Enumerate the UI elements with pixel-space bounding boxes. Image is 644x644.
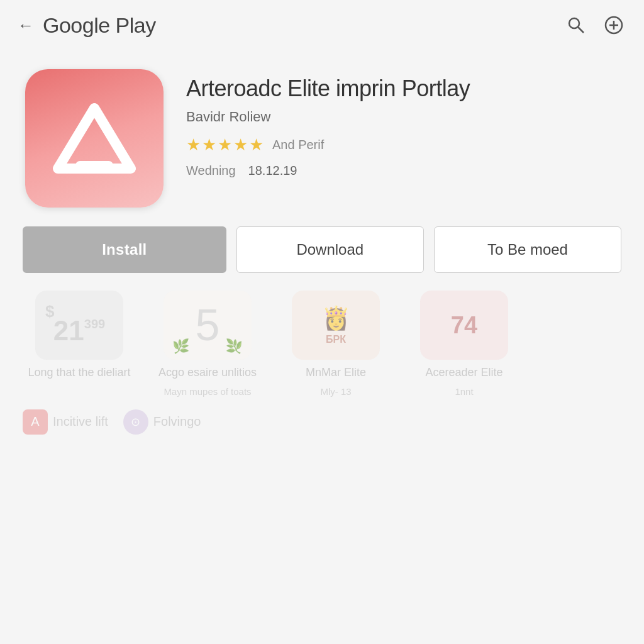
- install-button[interactable]: Install: [23, 226, 226, 273]
- header-right: [564, 13, 626, 38]
- page-wrapper: ← Google Play: [0, 0, 644, 644]
- rating-label: And Perif: [272, 138, 324, 152]
- app-info: Arteroadc Elite imprin Portlay Bavidr Ro…: [186, 69, 470, 178]
- related-card-3[interactable]: 👸 БРК MnMar Elite Mly- 13: [279, 291, 392, 397]
- related-section: $ 21 399 Long that the dieliart 5 🌿 🌿 Ac…: [0, 273, 644, 397]
- related-sub-3: Mly- 13: [320, 386, 351, 397]
- ace-number: 74: [451, 312, 477, 339]
- header: ← Google Play: [0, 0, 644, 50]
- star-3: ★: [218, 135, 232, 155]
- svg-line-1: [578, 27, 584, 33]
- svg-point-0: [569, 18, 579, 28]
- related-icon-price: $ 21 399: [35, 291, 123, 360]
- app-icon-wrapper: [25, 69, 164, 208]
- star-1: ★: [186, 135, 201, 155]
- add-circle-icon: [604, 15, 624, 35]
- app-name: Arteroadc Elite imprin Portlay: [186, 75, 470, 101]
- bemoed-button[interactable]: To Be moed: [434, 226, 621, 273]
- svg-rect-5: [75, 161, 113, 170]
- bottom-label-1: Incitive lift: [53, 414, 108, 429]
- bottom-row: A Incitive lift ⊙ Folvingo: [0, 397, 644, 435]
- app-detail: Arteroadc Elite imprin Portlay Bavidr Ro…: [0, 50, 644, 223]
- bottom-label-2: Folvingo: [153, 414, 201, 429]
- bottom-item-1[interactable]: A Incitive lift: [23, 409, 108, 435]
- number-5: 5: [196, 300, 220, 350]
- price-main: 21: [53, 317, 84, 345]
- app-rating: ★ ★ ★ ★ ★ And Perif: [186, 135, 470, 155]
- download-button[interactable]: Download: [236, 226, 424, 273]
- related-sub-2: Mayn mupes of toats: [164, 386, 251, 397]
- star-4: ★: [233, 135, 248, 155]
- related-name-1: Long that the dieliart: [28, 366, 130, 380]
- price-dollar-icon: $: [45, 302, 54, 321]
- incitive-icon: A: [23, 409, 48, 435]
- related-card-2[interactable]: 5 🌿 🌿 Acgo esaire unlitios Mayn mupes of…: [151, 291, 264, 397]
- related-name-4: Acereader Elite: [425, 366, 502, 380]
- buttons-row: Install Download To Be moed: [0, 226, 644, 273]
- search-button[interactable]: [564, 13, 589, 38]
- stars: ★ ★ ★ ★ ★: [186, 135, 264, 155]
- related-card-4[interactable]: 74 Acereader Elite 1nnt: [408, 291, 521, 397]
- meta-value: 18.12.19: [248, 164, 297, 178]
- header-left: ← Google Play: [18, 13, 156, 38]
- related-icon-brk: 👸 БРК: [292, 291, 380, 360]
- search-icon: [566, 15, 586, 35]
- star-5: ★: [249, 135, 264, 155]
- app-logo-icon: [50, 101, 138, 176]
- related-sub-4: 1nnt: [455, 386, 473, 397]
- bottom-item-2[interactable]: ⊙ Folvingo: [123, 409, 201, 435]
- header-title: Google Play: [43, 13, 156, 38]
- meta-label: Wedning: [186, 164, 236, 178]
- leaf-right-icon: 🌿: [226, 338, 243, 355]
- related-card-1[interactable]: $ 21 399 Long that the dieliart: [23, 291, 136, 380]
- related-icon-ace: 74: [420, 291, 508, 360]
- add-button[interactable]: [601, 13, 626, 38]
- back-button[interactable]: ←: [18, 17, 34, 33]
- app-developer: Bavidr Roliew: [186, 109, 470, 125]
- app-icon: [25, 69, 164, 208]
- star-2: ★: [202, 135, 216, 155]
- related-name-3: MnMar Elite: [306, 366, 366, 380]
- related-name-2: Acgo esaire unlitios: [158, 366, 257, 380]
- price-cents: 399: [84, 317, 105, 331]
- related-icon-5: 5 🌿 🌿: [164, 291, 252, 360]
- app-meta: Wedning 18.12.19: [186, 164, 470, 178]
- folvingo-icon: ⊙: [123, 409, 148, 435]
- leaf-left-icon: 🌿: [172, 338, 189, 355]
